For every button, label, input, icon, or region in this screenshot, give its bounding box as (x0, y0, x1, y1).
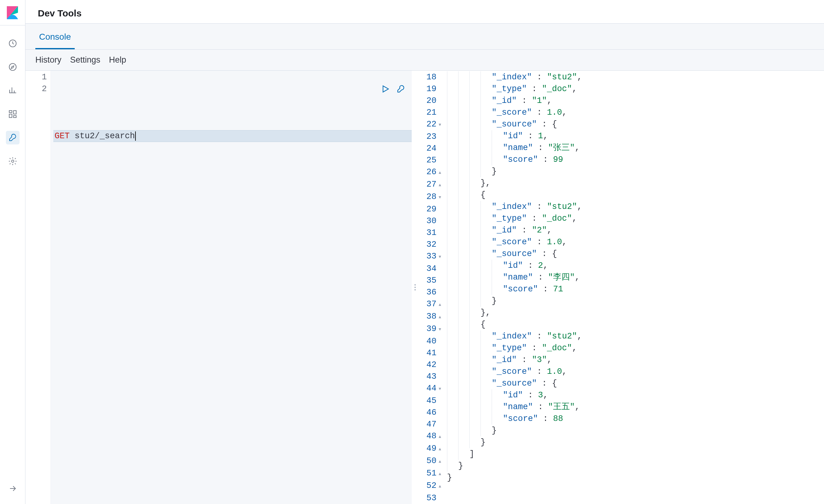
response-output[interactable]: "_index" : "stu2","_type" : "_doc","_id"… (445, 71, 824, 504)
svg-rect-5 (13, 111, 16, 114)
tabs-bar: Console (25, 23, 824, 49)
discover-icon[interactable] (6, 60, 19, 74)
management-icon[interactable] (6, 155, 19, 168)
run-request-icon[interactable] (380, 84, 391, 94)
left-nav-rail (0, 0, 25, 504)
svg-rect-6 (9, 114, 12, 117)
editor-line[interactable] (53, 95, 412, 107)
visualize-icon[interactable] (6, 84, 19, 97)
response-gutter: 1819202122▾23242526▴27▴28▾2930313233▾343… (418, 71, 445, 504)
svg-point-11 (414, 289, 416, 290)
pane-splitter[interactable] (412, 71, 418, 504)
svg-point-9 (414, 284, 416, 286)
subtab-help[interactable]: Help (109, 55, 126, 65)
request-editor[interactable]: GET stu2/_search (51, 71, 412, 504)
page-title: Dev Tools (38, 8, 82, 23)
dashboard-icon[interactable] (6, 107, 19, 121)
wrench-icon[interactable] (396, 84, 406, 94)
recent-icon[interactable] (6, 36, 19, 50)
tab-console[interactable]: Console (35, 25, 75, 49)
page-header: Dev Tools (25, 0, 824, 23)
request-path: stu2/_search (75, 130, 135, 142)
svg-rect-4 (9, 111, 12, 112)
subtab-settings[interactable]: Settings (70, 55, 100, 65)
line-actions (380, 84, 406, 94)
response-pane: 1819202122▾23242526▴27▴28▾2930313233▾343… (418, 71, 824, 504)
dev-tools-icon[interactable] (6, 131, 19, 144)
editor-gutter: 12 (25, 71, 51, 504)
subtab-history[interactable]: History (35, 55, 62, 65)
kibana-logo[interactable] (0, 0, 25, 25)
svg-point-10 (414, 287, 416, 288)
collapse-icon[interactable] (6, 482, 19, 495)
request-editor-pane: 12 GET stu2/_search (25, 71, 412, 504)
editor-line-active[interactable]: GET stu2/_search (53, 130, 412, 142)
console-subtabs: History Settings Help (25, 49, 824, 71)
svg-rect-7 (13, 116, 16, 117)
svg-point-3 (9, 64, 16, 71)
text-cursor (135, 131, 136, 141)
svg-point-8 (11, 160, 14, 163)
http-method: GET (55, 130, 70, 142)
